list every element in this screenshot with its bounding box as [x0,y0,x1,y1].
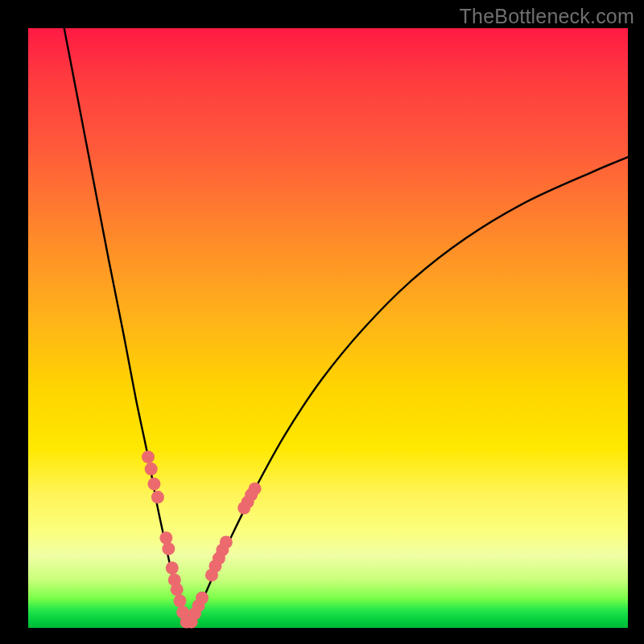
data-point [196,592,208,605]
chart-frame: TheBottleneck.com [0,0,644,644]
data-point [220,535,233,548]
data-point [142,451,155,464]
data-point [145,463,158,476]
data-point [171,583,184,596]
curve-right [188,157,628,628]
data-point [173,594,186,607]
data-point [249,482,262,495]
chart-svg [28,28,628,628]
data-point [162,543,175,555]
data-point [166,562,179,575]
scatter-group [142,451,262,629]
watermark-text: TheBottleneck.com [460,5,634,28]
curve-group [64,28,628,628]
data-point [151,491,164,504]
data-point [159,531,172,544]
data-point [147,477,160,490]
